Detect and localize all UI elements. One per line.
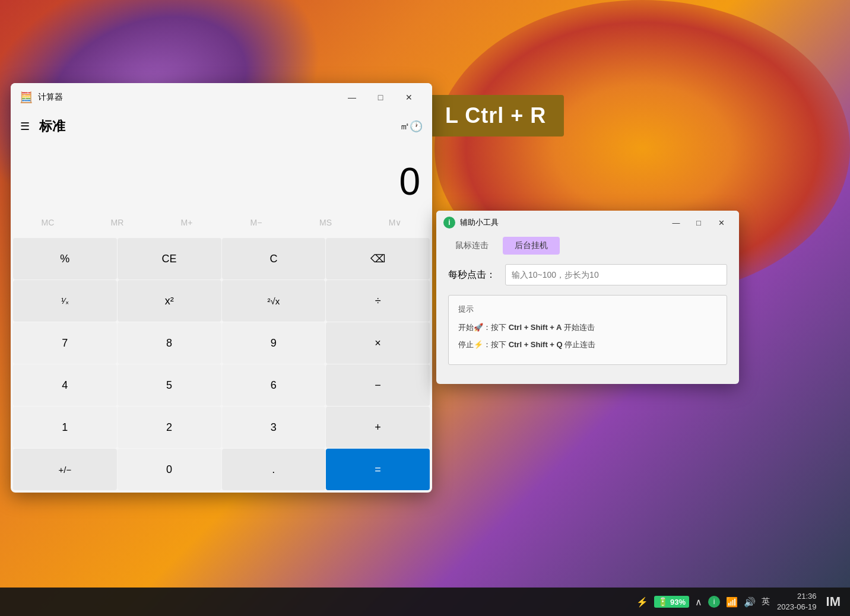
nine-button[interactable]: 9 — [222, 322, 326, 364]
clock-date: 2023-06-19 — [777, 602, 817, 612]
info-icon[interactable]: i — [708, 596, 720, 608]
tip-start: 开始🚀：按下 Ctrl + Shift + A 开始连击 — [458, 322, 717, 334]
eight-button[interactable]: 8 — [118, 322, 221, 364]
subtract-button[interactable]: − — [326, 364, 430, 406]
calc-app-icon: 🧮 — [20, 91, 32, 103]
mem-mplus-button[interactable]: M+ — [152, 209, 221, 236]
mem-mr-button[interactable]: MR — [83, 209, 152, 236]
calc-value: 0 — [399, 160, 420, 204]
tab-mouse-click[interactable]: 鼠标连击 — [443, 237, 500, 255]
taskbar-clock: 21:36 2023-06-19 — [777, 591, 817, 612]
helper-content: 每秒点击： 提示 开始🚀：按下 Ctrl + Shift + A 开始连击 停止… — [436, 255, 739, 374]
helper-window: i 辅助小工具 — □ ✕ 鼠标连击 后台挂机 每秒点击： 提示 开始🚀：按下 … — [436, 211, 739, 384]
helper-titlebar: i 辅助小工具 — □ ✕ — [436, 211, 739, 234]
calculator-window: 🧮 计算器 — □ ✕ ☰ 标准 ㎡ 🕐 0 MC MR M+ M− MS M∨ — [11, 83, 432, 493]
calc-mode-icon: ㎡ — [400, 120, 410, 133]
battery-charging-icon: ⚡ — [636, 596, 648, 608]
hamburger-icon[interactable]: ☰ — [20, 120, 30, 133]
reciprocal-button[interactable]: ¹⁄ₓ — [13, 280, 117, 322]
tips-title: 提示 — [458, 304, 717, 315]
seven-button[interactable]: 7 — [13, 322, 117, 364]
helper-maximize-button[interactable]: □ — [688, 215, 709, 230]
helper-app-icon: i — [443, 217, 455, 228]
tab-background[interactable]: 后台挂机 — [503, 237, 560, 255]
calc-maximize-button[interactable]: □ — [367, 88, 394, 107]
desktop: L Ctrl + R 🧮 计算器 — □ ✕ ☰ 标准 ㎡ 🕐 0 MC MR — [0, 0, 850, 616]
calc-button-grid: % CE C ⌫ ¹⁄ₓ x² ²√x ÷ 7 8 9 × 4 5 6 − 1 … — [11, 236, 432, 493]
calc-header: ☰ 标准 ㎡ 🕐 — [11, 112, 432, 141]
history-icon[interactable]: 🕐 — [410, 120, 423, 133]
add-button[interactable]: + — [326, 407, 430, 448]
one-button[interactable]: 1 — [13, 407, 117, 448]
clear-button[interactable]: C — [222, 238, 326, 280]
square-button[interactable]: x² — [118, 280, 221, 322]
language-indicator[interactable]: 英 — [762, 596, 770, 607]
calc-display: 0 — [11, 141, 432, 209]
six-button[interactable]: 6 — [222, 364, 326, 406]
mem-mv-button[interactable]: M∨ — [360, 209, 430, 236]
calc-title: 计算器 — [38, 92, 338, 103]
system-tray: ⚡ 🔋 93% ∧ i 📶 🔊 英 — [636, 596, 770, 608]
memory-row: MC MR M+ M− MS M∨ — [11, 209, 432, 236]
backspace-button[interactable]: ⌫ — [326, 238, 430, 280]
helper-close-button[interactable]: ✕ — [711, 215, 732, 230]
five-button[interactable]: 5 — [118, 364, 221, 406]
mem-mc-button[interactable]: MC — [13, 209, 83, 236]
ce-button[interactable]: CE — [118, 238, 221, 280]
helper-window-controls: — □ ✕ — [665, 215, 732, 230]
four-button[interactable]: 4 — [13, 364, 117, 406]
helper-minimize-button[interactable]: — — [665, 215, 687, 230]
calc-close-button[interactable]: ✕ — [395, 88, 423, 107]
clicks-input[interactable] — [505, 264, 727, 285]
shortcut-label: L Ctrl + R — [427, 95, 564, 136]
taskbar-logo: IM — [826, 594, 841, 609]
calc-window-controls: — □ ✕ — [338, 88, 423, 107]
equals-button[interactable]: = — [326, 449, 430, 490]
clock-time: 21:36 — [777, 591, 817, 602]
battery-widget: 🔋 93% — [654, 596, 689, 608]
multiply-button[interactable]: × — [326, 322, 430, 364]
helper-title: 辅助小工具 — [460, 217, 665, 228]
sqrt-button[interactable]: ²√x — [222, 280, 326, 322]
clicks-row: 每秒点击： — [448, 264, 727, 285]
percent-button[interactable]: % — [13, 238, 117, 280]
battery-icon: 🔋 — [658, 597, 668, 607]
decimal-button[interactable]: . — [222, 449, 326, 490]
battery-level: 93% — [670, 598, 686, 607]
mem-mminus-button[interactable]: M− — [221, 209, 291, 236]
helper-tab-bar: 鼠标连击 后台挂机 — [436, 237, 739, 255]
clicks-label: 每秒点击： — [448, 269, 496, 281]
divide-button[interactable]: ÷ — [326, 280, 430, 322]
volume-icon[interactable]: 🔊 — [744, 596, 756, 608]
tip-stop: 停止⚡：按下 Ctrl + Shift + Q 停止连击 — [458, 339, 717, 351]
calc-mode-title: 标准 — [39, 118, 395, 135]
calc-minimize-button[interactable]: — — [338, 88, 366, 107]
chevron-up-icon[interactable]: ∧ — [695, 596, 702, 608]
mem-ms-button[interactable]: MS — [291, 209, 360, 236]
three-button[interactable]: 3 — [222, 407, 326, 448]
calc-titlebar: 🧮 计算器 — □ ✕ — [11, 83, 432, 112]
negate-button[interactable]: +/− — [13, 449, 117, 490]
zero-button[interactable]: 0 — [118, 449, 221, 490]
tips-box: 提示 开始🚀：按下 Ctrl + Shift + A 开始连击 停止⚡：按下 C… — [448, 295, 727, 365]
taskbar: ⚡ 🔋 93% ∧ i 📶 🔊 英 21:36 2023-06-19 IM — [0, 588, 850, 616]
wifi-icon[interactable]: 📶 — [726, 596, 738, 608]
two-button[interactable]: 2 — [118, 407, 221, 448]
